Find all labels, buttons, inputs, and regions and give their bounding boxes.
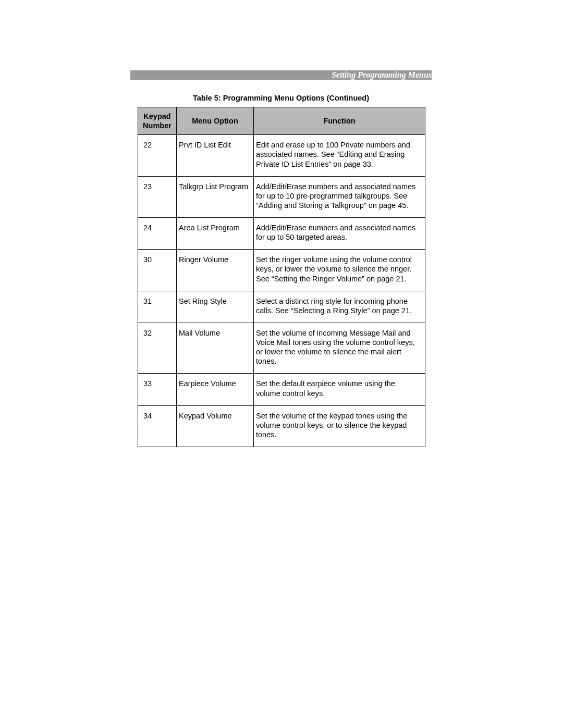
- cell-function: Add/Edit/Erase numbers and associated na…: [254, 218, 425, 250]
- cell-function: Set the volume of the keypad tones using…: [254, 405, 425, 447]
- col-header-function: Function: [254, 107, 425, 135]
- cell-menu: Mail Volume: [177, 323, 254, 374]
- cell-function: Select a distinct ring style for incomin…: [254, 291, 425, 323]
- section-header: Setting Programming Menus: [332, 70, 432, 80]
- cell-keypad: 31: [138, 291, 177, 323]
- cell-keypad: 23: [138, 176, 177, 217]
- cell-menu: Area List Program: [177, 218, 254, 250]
- options-table: Keypad Number Menu Option Function 22 Pr…: [138, 107, 425, 447]
- table-row: 34 Keypad Volume Set the volume of the k…: [138, 405, 425, 447]
- page: Setting Programming Menus Table 5: Progr…: [0, 0, 563, 728]
- cell-keypad: 34: [138, 405, 177, 447]
- table-row: 30 Ringer Volume Set the ringer volume u…: [138, 250, 425, 291]
- cell-menu: Ringer Volume: [177, 250, 254, 291]
- cell-function: Add/Edit/Erase numbers and associated na…: [254, 176, 425, 217]
- cell-keypad: 30: [138, 250, 177, 291]
- table-row: 23 Talkgrp List Program Add/Edit/Erase n…: [138, 176, 425, 217]
- cell-keypad: 22: [138, 135, 177, 176]
- table-row: 22 Prvt ID List Edit Edit and erase up t…: [138, 135, 425, 176]
- table-row: 31 Set Ring Style Select a distinct ring…: [138, 291, 425, 323]
- cell-keypad: 24: [138, 218, 177, 250]
- cell-menu: Keypad Volume: [177, 405, 254, 447]
- table-row: 24 Area List Program Add/Edit/Erase numb…: [138, 218, 425, 250]
- cell-menu: Earpiece Volume: [177, 374, 254, 405]
- cell-menu: Talkgrp List Program: [177, 176, 254, 217]
- table-caption: Table 5: Programming Menu Options (Conti…: [130, 94, 432, 102]
- table-header-row: Keypad Number Menu Option Function: [138, 107, 425, 135]
- cell-function: Set the default earpiece volume using th…: [254, 374, 425, 405]
- cell-menu: Prvt ID List Edit: [177, 135, 254, 176]
- cell-keypad: 33: [138, 374, 177, 405]
- cell-function: Set the volume of incoming Message Mail …: [254, 323, 425, 374]
- table-row: 32 Mail Volume Set the volume of incomin…: [138, 323, 425, 374]
- col-header-menu: Menu Option: [177, 107, 254, 135]
- col-header-keypad: Keypad Number: [138, 107, 177, 135]
- cell-menu: Set Ring Style: [177, 291, 254, 323]
- table-row: 33 Earpiece Volume Set the default earpi…: [138, 374, 425, 405]
- cell-function: Set the ringer volume using the volume c…: [254, 250, 425, 291]
- cell-keypad: 32: [138, 323, 177, 374]
- cell-function: Edit and erase up to 100 Private numbers…: [254, 135, 425, 176]
